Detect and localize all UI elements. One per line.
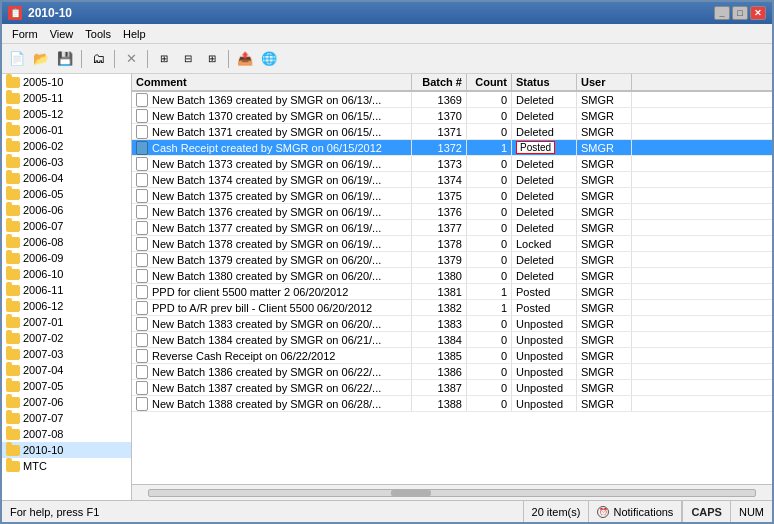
globe-button[interactable]: 🌐 bbox=[258, 48, 280, 70]
folder-icon bbox=[6, 379, 20, 393]
export-button[interactable]: 📤 bbox=[234, 48, 256, 70]
document-icon bbox=[136, 125, 150, 139]
menu-view[interactable]: View bbox=[44, 26, 80, 42]
cell-user: SMGR bbox=[577, 252, 632, 267]
cell-status: Deleted bbox=[512, 156, 577, 171]
sidebar-item-2006-12[interactable]: 2006-12 bbox=[2, 298, 131, 314]
sidebar-item-2006-02[interactable]: 2006-02 bbox=[2, 138, 131, 154]
sidebar-item-2007-07[interactable]: 2007-07 bbox=[2, 410, 131, 426]
comment-text: New Batch 1383 created by SMGR on 06/20/… bbox=[152, 318, 381, 330]
scroll-track[interactable] bbox=[148, 489, 756, 497]
comment-text: Reverse Cash Receipt on 06/22/2012 bbox=[152, 350, 335, 362]
sidebar[interactable]: 2005-102005-112005-122006-012006-022006-… bbox=[2, 74, 132, 500]
save-button[interactable]: 💾 bbox=[54, 48, 76, 70]
sidebar-item-2007-05[interactable]: 2007-05 bbox=[2, 378, 131, 394]
cell-batch: 1381 bbox=[412, 284, 467, 299]
table-row[interactable]: PPD for client 5500 matter 2 06/20/20121… bbox=[132, 284, 772, 300]
table-row[interactable]: New Batch 1377 created by SMGR on 06/19/… bbox=[132, 220, 772, 236]
menu-tools[interactable]: Tools bbox=[79, 26, 117, 42]
document-icon bbox=[136, 237, 150, 251]
table-row[interactable]: New Batch 1387 created by SMGR on 06/22/… bbox=[132, 380, 772, 396]
sidebar-item-2006-09[interactable]: 2006-09 bbox=[2, 250, 131, 266]
main-content: 2005-102005-112005-122006-012006-022006-… bbox=[2, 74, 772, 500]
cell-status: Deleted bbox=[512, 108, 577, 123]
table-row[interactable]: New Batch 1375 created by SMGR on 06/19/… bbox=[132, 188, 772, 204]
sidebar-item-2006-04[interactable]: 2006-04 bbox=[2, 170, 131, 186]
table-row[interactable]: New Batch 1369 created by SMGR on 06/13/… bbox=[132, 92, 772, 108]
folder-icon bbox=[6, 251, 20, 265]
cell-comment: Reverse Cash Receipt on 06/22/2012 bbox=[132, 348, 412, 363]
scroll-thumb[interactable] bbox=[391, 490, 431, 496]
maximize-button[interactable]: □ bbox=[732, 6, 748, 20]
table-header: Comment Batch # Count Status User bbox=[132, 74, 772, 92]
sidebar-item-2007-06[interactable]: 2007-06 bbox=[2, 394, 131, 410]
table-row[interactable]: New Batch 1383 created by SMGR on 06/20/… bbox=[132, 316, 772, 332]
open-button[interactable]: 📂 bbox=[30, 48, 52, 70]
sidebar-item-2007-03[interactable]: 2007-03 bbox=[2, 346, 131, 362]
cell-batch: 1374 bbox=[412, 172, 467, 187]
sidebar-item-2006-11[interactable]: 2006-11 bbox=[2, 282, 131, 298]
table-row[interactable]: New Batch 1371 created by SMGR on 06/15/… bbox=[132, 124, 772, 140]
grid3-button[interactable]: ⊞ bbox=[201, 48, 223, 70]
table-row[interactable]: New Batch 1370 created by SMGR on 06/15/… bbox=[132, 108, 772, 124]
window-controls: _ □ ✕ bbox=[714, 6, 766, 20]
document-icon bbox=[136, 109, 150, 123]
sidebar-item-2005-11[interactable]: 2005-11 bbox=[2, 90, 131, 106]
sidebar-item-2006-06[interactable]: 2006-06 bbox=[2, 202, 131, 218]
sidebar-item-2006-03[interactable]: 2006-03 bbox=[2, 154, 131, 170]
comment-text: New Batch 1388 created by SMGR on 06/28/… bbox=[152, 398, 381, 410]
sidebar-item-2007-04[interactable]: 2007-04 bbox=[2, 362, 131, 378]
comment-text: New Batch 1374 created by SMGR on 06/19/… bbox=[152, 174, 381, 186]
sidebar-item-2005-12[interactable]: 2005-12 bbox=[2, 106, 131, 122]
grid2-button[interactable]: ⊟ bbox=[177, 48, 199, 70]
table-row[interactable]: New Batch 1384 created by SMGR on 06/21/… bbox=[132, 332, 772, 348]
cell-status: Unposted bbox=[512, 332, 577, 347]
close-button[interactable]: ✕ bbox=[750, 6, 766, 20]
sidebar-item-2006-10[interactable]: 2006-10 bbox=[2, 266, 131, 282]
sidebar-item-2005-10[interactable]: 2005-10 bbox=[2, 74, 131, 90]
sidebar-item-2006-08[interactable]: 2006-08 bbox=[2, 234, 131, 250]
comment-text: New Batch 1371 created by SMGR on 06/15/… bbox=[152, 126, 381, 138]
folder-icon bbox=[6, 347, 20, 361]
table-row[interactable]: New Batch 1376 created by SMGR on 06/19/… bbox=[132, 204, 772, 220]
status-badge: Posted bbox=[516, 141, 555, 154]
table-row[interactable]: New Batch 1373 created by SMGR on 06/19/… bbox=[132, 156, 772, 172]
cell-user: SMGR bbox=[577, 124, 632, 139]
sidebar-item-2006-01[interactable]: 2006-01 bbox=[2, 122, 131, 138]
sidebar-item-2007-02[interactable]: 2007-02 bbox=[2, 330, 131, 346]
menu-help[interactable]: Help bbox=[117, 26, 152, 42]
folder-icon bbox=[6, 299, 20, 313]
table-row[interactable]: New Batch 1380 created by SMGR on 06/20/… bbox=[132, 268, 772, 284]
num-lock-indicator: NUM bbox=[731, 501, 772, 522]
horizontal-scrollbar[interactable] bbox=[132, 484, 772, 500]
table-row[interactable]: Cash Receipt created by SMGR on 06/15/20… bbox=[132, 140, 772, 156]
table-row[interactable]: Reverse Cash Receipt on 06/22/201213850U… bbox=[132, 348, 772, 364]
table-row[interactable]: New Batch 1374 created by SMGR on 06/19/… bbox=[132, 172, 772, 188]
sidebar-item-label: 2007-08 bbox=[23, 428, 63, 440]
table-row[interactable]: New Batch 1386 created by SMGR on 06/22/… bbox=[132, 364, 772, 380]
table-row[interactable]: PPD to A/R prev bill - Client 5500 06/20… bbox=[132, 300, 772, 316]
sidebar-item-2007-01[interactable]: 2007-01 bbox=[2, 314, 131, 330]
sidebar-item-2006-07[interactable]: 2006-07 bbox=[2, 218, 131, 234]
sidebar-item-2007-08[interactable]: 2007-08 bbox=[2, 426, 131, 442]
table-row[interactable]: New Batch 1378 created by SMGR on 06/19/… bbox=[132, 236, 772, 252]
sidebar-item-label: 2007-01 bbox=[23, 316, 63, 328]
delete-button[interactable]: ✕ bbox=[120, 48, 142, 70]
minimize-button[interactable]: _ bbox=[714, 6, 730, 20]
sidebar-item-label: 2006-08 bbox=[23, 236, 63, 248]
menu-form[interactable]: Form bbox=[6, 26, 44, 42]
cell-batch: 1378 bbox=[412, 236, 467, 251]
grid1-button[interactable]: ⊞ bbox=[153, 48, 175, 70]
sidebar-item-label: 2006-06 bbox=[23, 204, 63, 216]
cell-count: 0 bbox=[467, 108, 512, 123]
new-button[interactable]: 📄 bbox=[6, 48, 28, 70]
table-body[interactable]: New Batch 1369 created by SMGR on 06/13/… bbox=[132, 92, 772, 484]
sidebar-item-mtc[interactable]: MTC bbox=[2, 458, 131, 474]
folder-button[interactable]: 🗂 bbox=[87, 48, 109, 70]
table-row[interactable]: New Batch 1379 created by SMGR on 06/20/… bbox=[132, 252, 772, 268]
notifications-section[interactable]: ⏰ Notifications bbox=[589, 501, 682, 522]
sidebar-item-2006-05[interactable]: 2006-05 bbox=[2, 186, 131, 202]
cell-count: 0 bbox=[467, 236, 512, 251]
table-row[interactable]: New Batch 1388 created by SMGR on 06/28/… bbox=[132, 396, 772, 412]
sidebar-item-2010-10[interactable]: 2010-10 bbox=[2, 442, 131, 458]
